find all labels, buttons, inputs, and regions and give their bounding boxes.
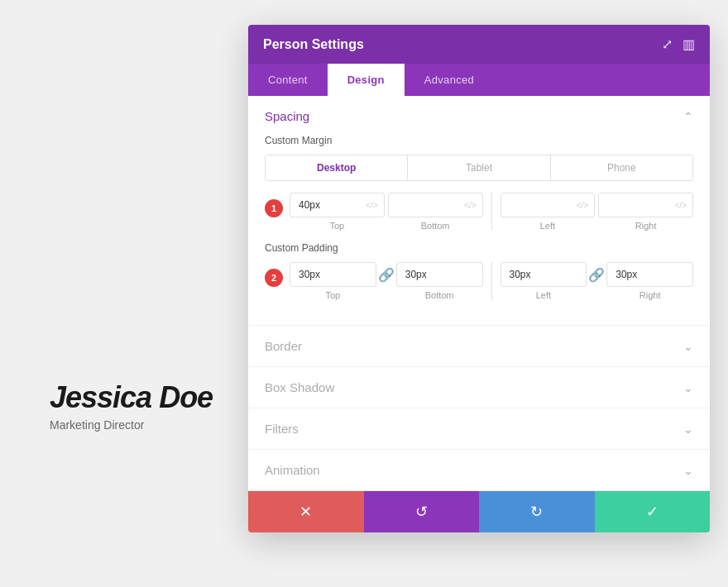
device-tab-bar: Desktop Tablet Phone (265, 155, 693, 181)
padding-input-row: 2 Top (265, 262, 693, 300)
filters-section: Filters ⌄ (248, 408, 710, 450)
columns-icon[interactable]: ▥ (682, 36, 695, 52)
box-shadow-section-header[interactable]: Box Shadow ⌄ (265, 380, 693, 394)
margin-bottom-field: </> Bottom (388, 193, 483, 231)
code-icon-margin-right: </> (675, 201, 687, 210)
reset-button[interactable]: ↺ (364, 491, 480, 532)
spacing-content: Custom Margin Desktop Tablet Phone 1 (265, 135, 693, 300)
tab-advanced[interactable]: Advanced (405, 64, 494, 96)
padding-top-label: Top (290, 290, 376, 300)
save-button[interactable]: ✓ (595, 491, 711, 532)
code-icon-margin-left: </> (577, 201, 588, 210)
tab-bar: Content Design Advanced (248, 64, 710, 96)
spacing-chevron-icon: ⌃ (683, 110, 693, 123)
animation-section: Animation ⌄ (248, 450, 710, 491)
padding-left-label: Left (500, 290, 587, 300)
padding-right-field: Right (606, 262, 693, 300)
margin-right-field: </> Right (598, 193, 693, 231)
panel-footer: ✕ ↺ ↻ ✓ (248, 491, 710, 532)
link-icon-right[interactable]: 🔗 (588, 267, 605, 283)
padding-right-label: Right (606, 290, 693, 300)
border-section-header[interactable]: Border ⌄ (265, 339, 693, 353)
redo-button[interactable]: ↻ (479, 491, 595, 532)
padding-right-input[interactable] (606, 262, 693, 287)
margin-left-label: Left (500, 221, 596, 231)
custom-padding-label: Custom Padding (265, 242, 693, 254)
margin-input-row: 1 </> Top (265, 193, 693, 231)
margin-top-field: </> Top (290, 193, 385, 231)
custom-margin-label: Custom Margin (265, 135, 693, 146)
box-shadow-chevron-icon: ⌄ (683, 381, 693, 394)
person-job-title: Marketing Director (50, 418, 213, 432)
device-tab-desktop[interactable]: Desktop (266, 155, 408, 180)
padding-bottom-label: Bottom (396, 290, 483, 300)
border-title: Border (265, 339, 302, 353)
spacing-title: Spacing (265, 109, 309, 123)
panel-title: Person Settings (263, 37, 364, 52)
padding-bottom-field: Bottom (396, 262, 483, 300)
animation-chevron-icon: ⌄ (683, 464, 693, 477)
margin-left-field: </> Left (500, 193, 596, 231)
spacing-section-header[interactable]: Spacing ⌃ (265, 109, 693, 123)
filters-chevron-icon: ⌄ (683, 422, 693, 436)
animation-title: Animation (265, 463, 320, 477)
box-shadow-section: Box Shadow ⌄ (248, 367, 710, 408)
cancel-button[interactable]: ✕ (248, 491, 364, 532)
panel-header: Person Settings ⤢ ▥ (248, 25, 710, 64)
header-icons: ⤢ ▥ (662, 36, 695, 52)
margin-divider (491, 193, 492, 231)
step-2-badge: 2 (265, 269, 283, 287)
spacing-section: Spacing ⌃ Custom Margin Desktop Tablet P… (248, 96, 710, 326)
border-section: Border ⌄ (248, 326, 710, 367)
box-shadow-title: Box Shadow (265, 380, 334, 394)
margin-top-label: Top (290, 221, 385, 231)
tab-design[interactable]: Design (328, 64, 405, 96)
device-tab-tablet[interactable]: Tablet (408, 155, 550, 180)
filters-section-header[interactable]: Filters ⌄ (265, 422, 693, 436)
margin-right-label: Right (598, 221, 693, 231)
settings-panel: Person Settings ⤢ ▥ Content Design Advan… (248, 25, 710, 532)
padding-left-field: Left (500, 262, 587, 300)
code-icon-margin-bottom: </> (464, 201, 476, 210)
border-chevron-icon: ⌄ (683, 340, 693, 353)
link-icon-left[interactable]: 🔗 (378, 267, 395, 283)
padding-bottom-input[interactable] (396, 262, 483, 287)
padding-left-input[interactable] (500, 262, 587, 287)
padding-top-input[interactable] (290, 262, 376, 287)
panel-body: Spacing ⌃ Custom Margin Desktop Tablet P… (248, 96, 710, 491)
tab-content[interactable]: Content (248, 64, 328, 96)
person-name: Jessica Doe (50, 380, 213, 415)
step-1-badge: 1 (265, 199, 283, 217)
padding-divider (491, 262, 492, 300)
code-icon-margin-top: </> (366, 201, 377, 210)
expand-icon[interactable]: ⤢ (662, 36, 673, 52)
animation-section-header[interactable]: Animation ⌄ (265, 463, 693, 477)
margin-bottom-label: Bottom (388, 221, 483, 231)
device-tab-phone[interactable]: Phone (551, 155, 692, 180)
filters-title: Filters (265, 422, 299, 436)
padding-top-field: Top (290, 262, 376, 300)
person-info: Jessica Doe Marketing Director (50, 380, 213, 432)
